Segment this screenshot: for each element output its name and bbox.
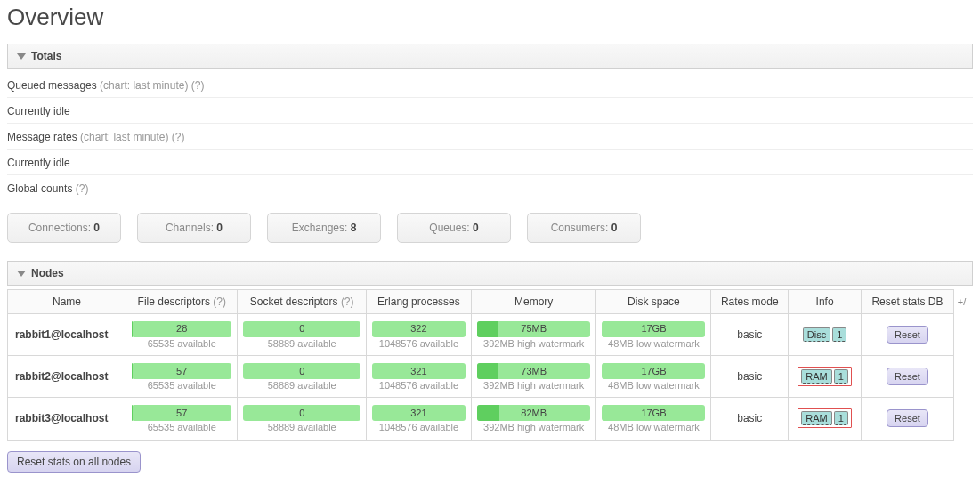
chevron-down-icon [17, 271, 26, 277]
cell-disk-value: 17GB [641, 408, 666, 419]
rates-chart-note: (chart: last minute) [80, 131, 168, 143]
rates-help[interactable]: (?) [172, 131, 185, 143]
reset-button[interactable]: Reset [887, 368, 928, 385]
cell-disk-sub: 48MB low watermark [602, 422, 705, 433]
col-rm: Rates mode [711, 290, 789, 314]
cell-disk-value: 17GB [641, 366, 666, 377]
queued-title-row: Queued messages (chart: last minute) (?) [7, 72, 973, 98]
col-fd-help[interactable]: (?) [213, 295, 226, 308]
cell-fd-value: 57 [176, 408, 187, 419]
col-mem: Memory [471, 290, 596, 314]
cell-ep-bar: 321 [372, 405, 466, 421]
cell-mem-sub: 392MB high watermark [477, 422, 591, 433]
cell-ep-value: 321 [410, 408, 426, 419]
cell-sd-bar: 0 [243, 321, 360, 337]
queued-help[interactable]: (?) [191, 79, 205, 92]
cell-ep-sub: 1048576 available [372, 422, 466, 433]
node-stats-tag[interactable]: 1 [834, 411, 848, 425]
reset-button[interactable]: Reset [887, 326, 928, 344]
node-name[interactable]: rabbit1@localhost [8, 314, 126, 356]
cell-disk: 17GB48MB low watermark [596, 356, 711, 398]
node-type-tag[interactable]: Disc [803, 327, 830, 342]
nodes-section: Nodes Name File descriptors (?) Socket d… [7, 261, 973, 477]
col-fd-label: File descriptors [138, 295, 210, 308]
nodes-table: Name File descriptors (?) Socket descrip… [7, 289, 954, 441]
reset-button[interactable]: Reset [887, 409, 928, 427]
table-row: rabbit1@localhost2865535 available058889… [8, 314, 954, 356]
cell-reset: Reset [862, 356, 954, 398]
count-pill[interactable]: Queues: 0 [397, 213, 511, 243]
cell-fd-sub: 65535 available [132, 422, 231, 433]
cell-ep-bar: 322 [372, 321, 466, 337]
count-value: 8 [351, 222, 357, 234]
cell-fd: 2865535 available [126, 314, 238, 356]
cell-mem-value: 82MB [521, 408, 547, 419]
cell-rates-mode: basic [711, 314, 789, 356]
cell-ep-value: 321 [410, 366, 426, 377]
totals-section: Totals Queued messages (chart: last minu… [7, 44, 973, 254]
cell-fd-value: 57 [176, 366, 187, 377]
nodes-header[interactable]: Nodes [7, 261, 973, 286]
cell-fd-bar: 28 [132, 321, 231, 337]
cell-ep-sub: 1048576 available [372, 380, 466, 392]
count-pill[interactable]: Exchanges: 8 [267, 213, 381, 243]
cell-sd-sub: 58889 available [243, 380, 360, 392]
cell-sd: 058889 available [238, 398, 367, 440]
cell-sd-sub: 58889 available [243, 338, 360, 350]
global-counts-label: Global counts [7, 182, 72, 195]
table-plusminus[interactable]: +/- [954, 289, 973, 307]
col-info: Info [789, 290, 862, 314]
col-sd-help[interactable]: (?) [341, 295, 354, 308]
node-stats-tag[interactable]: 1 [834, 369, 848, 384]
reset-all-button[interactable]: Reset stats on all nodes [7, 451, 141, 473]
cell-ep: 3211048576 available [367, 398, 472, 440]
queued-chart-note: (chart: last minute) [100, 79, 188, 92]
cell-disk-sub: 48MB low watermark [602, 380, 705, 392]
rates-title-row: Message rates (chart: last minute) (?) [7, 124, 973, 150]
cell-mem: 73MB392MB high watermark [471, 356, 596, 398]
cell-ep: 3211048576 available [367, 356, 472, 398]
cell-ep-bar: 321 [372, 363, 466, 379]
count-pill[interactable]: Consumers: 0 [527, 213, 641, 243]
col-ep: Erlang processes [367, 290, 472, 314]
cell-sd: 058889 available [238, 314, 367, 356]
cell-fd: 5765535 available [126, 356, 238, 398]
global-counts-row: Global counts (?) [7, 175, 973, 200]
cell-rates-mode: basic [711, 356, 789, 398]
count-pill[interactable]: Connections: 0 [7, 213, 121, 243]
cell-sd-value: 0 [299, 366, 304, 377]
table-row: rabbit3@localhost5765535 available058889… [8, 398, 954, 440]
node-type-tag[interactable]: RAM [801, 369, 831, 384]
count-label: Exchanges: [292, 222, 348, 234]
cell-fd-bar: 57 [132, 405, 231, 421]
cell-disk: 17GB48MB low watermark [596, 398, 711, 440]
cell-info: RAM1 [789, 398, 862, 440]
totals-header[interactable]: Totals [7, 44, 973, 69]
global-counts-help[interactable]: (?) [76, 182, 89, 195]
queued-idle: Currently idle [7, 98, 973, 124]
cell-mem-value: 73MB [521, 366, 547, 377]
rates-idle: Currently idle [7, 150, 973, 175]
cell-reset: Reset [862, 398, 954, 440]
table-row: rabbit2@localhost5765535 available058889… [8, 356, 954, 398]
col-name: Name [8, 290, 126, 314]
cell-info: RAM1 [789, 356, 862, 398]
cell-sd-value: 0 [299, 408, 304, 419]
col-sd: Socket descriptors (?) [238, 290, 367, 314]
col-sd-label: Socket descriptors [250, 295, 338, 308]
cell-fd-value: 28 [176, 323, 187, 335]
cell-disk: 17GB48MB low watermark [596, 314, 711, 356]
node-name[interactable]: rabbit2@localhost [8, 356, 126, 398]
node-name[interactable]: rabbit3@localhost [8, 398, 126, 440]
cell-fd-sub: 65535 available [132, 380, 231, 392]
queued-label: Queued messages [7, 79, 97, 92]
count-pill[interactable]: Channels: 0 [137, 213, 251, 243]
count-value: 0 [611, 222, 618, 234]
page-title: Overview [7, 4, 973, 31]
node-type-tag[interactable]: RAM [801, 411, 831, 425]
cell-fd-bar: 57 [132, 363, 231, 379]
count-label: Connections: [28, 222, 91, 234]
counts-row: Connections: 0Channels: 0Exchanges: 8Que… [7, 200, 973, 248]
node-stats-tag[interactable]: 1 [832, 327, 846, 342]
cell-disk-sub: 48MB low watermark [602, 338, 705, 350]
